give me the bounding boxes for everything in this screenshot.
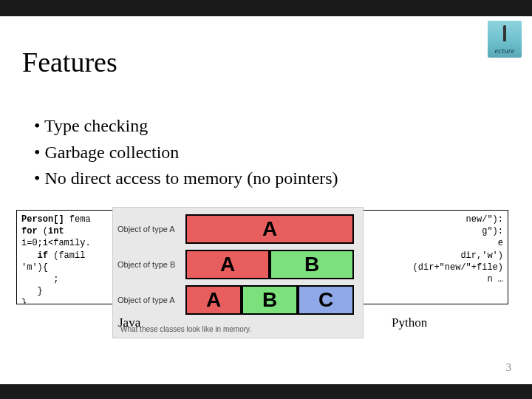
logo-text: ecture [494, 46, 514, 55]
diagram-row: Object of type A A B C [117, 284, 354, 316]
block-a: A [185, 250, 270, 279]
bullet-item: • Garbage collection [34, 140, 338, 166]
slide: ecture Features • Type checking • Garbag… [0, 16, 532, 384]
quill-icon [503, 25, 506, 41]
page-title: Features [22, 46, 117, 78]
block-b: B [270, 250, 354, 279]
block-a: A [185, 214, 354, 244]
diagram-row: Object of type B A B [117, 249, 354, 280]
diagram-row: Object of type A A [117, 214, 354, 245]
page-number: 3 [506, 361, 512, 374]
bullet-item: • No direct access to memory (no pointer… [34, 166, 338, 191]
lecture-logo: ecture [488, 21, 522, 58]
memory-diagram: Object of type A A Object of type B A B … [112, 207, 364, 338]
object-label: Object of type A [117, 296, 185, 304]
language-label-python: Python [392, 316, 427, 330]
language-label-java: Java [118, 316, 140, 330]
object-label: Object of type B [117, 260, 185, 269]
java-code-box: Person[] fema for (int i=0;i<family. if … [16, 210, 120, 304]
block-a: A [185, 285, 242, 315]
block-c: C [298, 285, 354, 315]
block-b: B [242, 285, 298, 315]
bullet-item: • Type checking [34, 114, 338, 139]
object-label: Object of type A [117, 225, 185, 233]
bullet-list: • Type checking • Garbage collection • N… [34, 114, 338, 193]
